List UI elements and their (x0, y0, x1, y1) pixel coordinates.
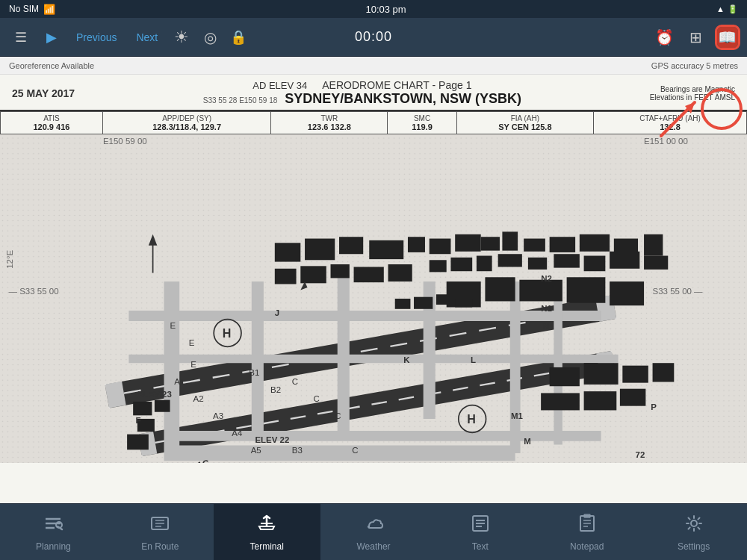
svg-text:E150 59 00: E150 59 00 (103, 137, 147, 146)
chart-header: 25 MAY 2017 AD ELEV 34 AERODROME CHART -… (0, 75, 747, 111)
svg-rect-31 (528, 258, 547, 270)
svg-text:72: 72 (636, 450, 645, 459)
toolbar-left: ☰ ▶ Previous Next ☀ ◎ 🔒 (9, 26, 252, 49)
circle-tool-icon[interactable]: ◎ (199, 27, 220, 48)
svg-rect-43 (339, 237, 363, 254)
svg-text:N: N (542, 321, 548, 330)
grid-icon[interactable]: ⊞ (686, 27, 707, 48)
svg-rect-46 (275, 269, 297, 284)
tab-notepad-label: Notepad (570, 541, 604, 552)
svg-text:E151 00 00: E151 00 00 (644, 137, 688, 146)
svg-rect-62 (133, 402, 152, 415)
tab-planning[interactable]: Planning (0, 504, 107, 560)
freq-ctaf: CTAF+AFRU (AH) 132.8 (594, 112, 747, 134)
airport-map: E150 59 00 E151 00 00 12°E — S33 55 00 S… (0, 134, 747, 463)
svg-rect-26 (644, 234, 663, 256)
svg-rect-44 (369, 240, 403, 259)
svg-text:C: C (292, 377, 298, 386)
signal-icon: ▲ (716, 4, 725, 13)
chart-title-block: AD ELEV 34 AERODROME CHART - Page 1 S33 … (203, 79, 521, 107)
previous-label: Previous (76, 31, 117, 43)
svg-text:A2: A2 (193, 394, 204, 403)
chart-coords: S33 55 28 E150 59 18 (203, 96, 278, 105)
svg-rect-22 (524, 239, 545, 252)
text-icon (470, 513, 491, 538)
tab-enroute[interactable]: En Route (107, 504, 214, 560)
svg-rect-50 (388, 264, 412, 281)
settings-icon (684, 513, 704, 538)
svg-rect-33 (584, 256, 606, 272)
toolbar: ☰ ▶ Previous Next ☀ ◎ 🔒 00:00 ⏰ ⊞ 📖 (0, 18, 747, 57)
tab-weather[interactable]: Weather (320, 504, 427, 560)
svg-rect-60 (584, 391, 617, 410)
svg-rect-45 (408, 237, 425, 252)
status-time: 10:03 pm (365, 4, 406, 15)
svg-rect-59 (541, 393, 580, 410)
svg-rect-65 (127, 435, 149, 450)
menu-button[interactable]: ☰ (9, 26, 33, 49)
svg-text:S33 55 00 —: S33 55 00 — (653, 287, 704, 296)
svg-text:N1: N1 (541, 304, 552, 313)
svg-text:K: K (403, 355, 410, 364)
toolbar-right: ⏰ ⊞ 📖 (495, 27, 738, 48)
tab-text[interactable]: Text (427, 504, 533, 560)
svg-text:ELEV 23: ELEV 23 (137, 390, 172, 399)
svg-text:E: E (190, 360, 196, 369)
svg-text:E: E (170, 321, 176, 330)
svg-rect-21 (502, 231, 518, 250)
svg-text:H: H (467, 412, 476, 426)
svg-rect-55 (550, 367, 580, 386)
svg-rect-61 (620, 389, 645, 406)
previous-button[interactable]: Previous (70, 28, 123, 46)
svg-text:E: E (189, 338, 195, 347)
svg-rect-34 (610, 252, 639, 269)
info-bar: Georeference Available GPS accuracy 5 me… (0, 57, 747, 75)
route-icon-button[interactable]: ▶ (40, 26, 63, 49)
frequency-table: ATIS 120.9 416 APP/DEP (SY) 128.3/118.4,… (0, 111, 747, 134)
tab-notepad[interactable]: Notepad (533, 504, 640, 560)
svg-rect-24 (580, 234, 610, 252)
lock-icon[interactable]: 🔒 (228, 27, 249, 48)
svg-text:A5: A5 (251, 446, 261, 455)
wifi-icon: 📶 (43, 4, 55, 15)
svg-point-129 (691, 520, 697, 526)
svg-text:M: M (524, 437, 531, 446)
svg-text:N2: N2 (541, 274, 552, 283)
chart-date: 25 MAY 2017 (12, 87, 75, 99)
svg-rect-23 (550, 237, 575, 252)
svg-rect-56 (584, 363, 619, 385)
chart-type: AERODROME CHART - Page 1 (322, 79, 471, 91)
svg-rect-30 (498, 254, 522, 267)
tab-planning-label: Planning (36, 541, 71, 552)
next-label: Next (136, 31, 158, 43)
svg-text:C: C (352, 446, 358, 455)
svg-rect-32 (554, 254, 579, 267)
svg-rect-51 (395, 299, 411, 309)
terminal-icon (256, 513, 277, 538)
chart-bearings-note: Bearings are Magnetic Elevations in FEET… (650, 85, 735, 102)
svg-rect-52 (414, 297, 433, 309)
svg-rect-41 (275, 243, 300, 261)
next-button[interactable]: Next (130, 28, 164, 46)
carrier-label: No SIM (9, 4, 39, 14)
tab-enroute-label: En Route (141, 541, 179, 552)
freq-atis: ATIS 120.9 416 (1, 112, 103, 134)
toolbar-center: 00:00 (252, 29, 495, 45)
freq-fia: FIA (AH) SY CEN 125.8 (456, 112, 593, 134)
freq-twr: TWR 123.6 132.8 (271, 112, 388, 134)
svg-rect-29 (477, 256, 492, 272)
svg-text:C: C (335, 411, 341, 420)
book-icon[interactable]: 📖 (717, 27, 738, 48)
svg-rect-40 (610, 281, 644, 305)
menu-icon: ☰ (15, 29, 27, 46)
tab-weather-label: Weather (356, 541, 390, 552)
tab-terminal-label: Terminal (249, 541, 283, 552)
tab-settings[interactable]: Settings (640, 504, 747, 560)
chart-area[interactable]: 25 MAY 2017 AD ELEV 34 AERODROME CHART -… (0, 75, 747, 503)
alarm-icon[interactable]: ⏰ (654, 27, 675, 48)
brightness-icon[interactable]: ☀ (171, 27, 192, 48)
svg-text:TWR: TWR (127, 462, 149, 463)
svg-rect-47 (300, 266, 326, 283)
tab-terminal[interactable]: Terminal (214, 504, 320, 560)
planning-icon (43, 513, 63, 538)
